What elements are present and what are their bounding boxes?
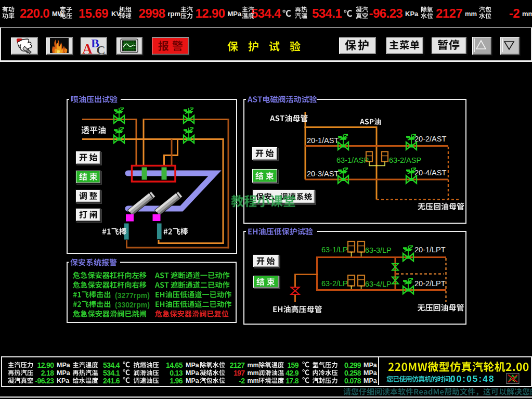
svg-text:C: C bbox=[96, 43, 105, 57]
